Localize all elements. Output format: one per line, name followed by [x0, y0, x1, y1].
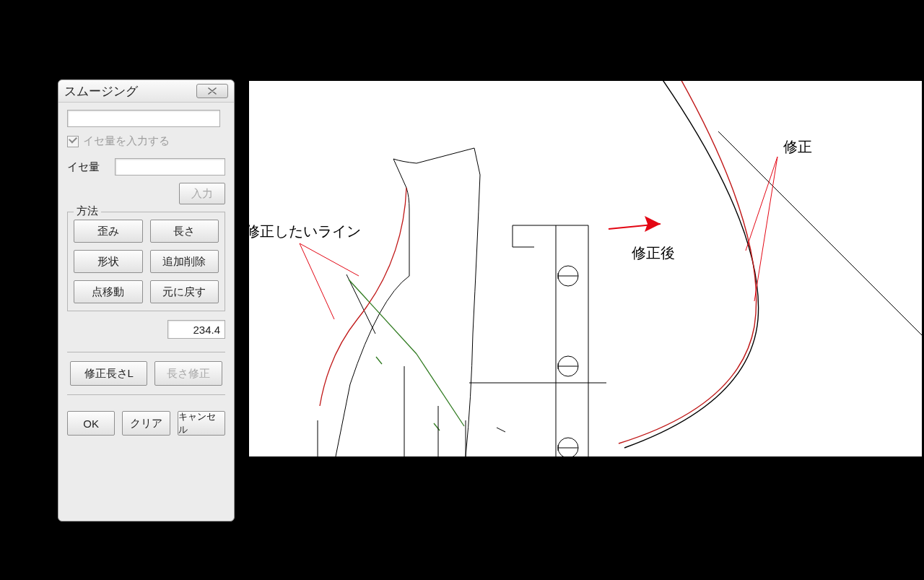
titlebar: スムージング [58, 80, 234, 103]
ok-button[interactable]: OK [67, 411, 115, 436]
ise-amount-label: イセ量 [67, 160, 105, 174]
close-icon [207, 87, 217, 95]
shape-button[interactable]: 形状 [74, 250, 143, 273]
title: スムージング [64, 83, 138, 100]
move-point-button[interactable]: 点移動 [74, 280, 143, 303]
ise-amount-input[interactable] [115, 158, 225, 176]
ise-checkbox[interactable] [67, 136, 79, 147]
pattern-canvas: 修正したいライン 修正後 修正 [249, 81, 922, 456]
add-remove-button[interactable]: 追加削除 [150, 250, 219, 273]
undo-button[interactable]: 元に戻す [150, 280, 219, 303]
pattern-svg [249, 81, 922, 456]
length-button[interactable]: 長さ [150, 220, 219, 243]
fix-length-group: 修正長さL 長さ修正 [67, 352, 225, 395]
close-button[interactable] [196, 84, 228, 98]
label-line-to-fix: 修正したいライン [249, 222, 361, 241]
label-after-2: 修正 [783, 137, 812, 157]
fix-length-button[interactable]: 長さ修正 [154, 361, 222, 386]
method-legend: 方法 [74, 204, 101, 218]
input-button-row: 入力 [67, 183, 225, 204]
svg-marker-0 [249, 81, 922, 456]
ise-checkbox-label: イセ量を入力する [83, 134, 170, 148]
value-row: 234.4 [67, 320, 225, 339]
ise-amount-row: イセ量 [67, 158, 225, 176]
label-after: 修正後 [632, 243, 675, 263]
smoothing-dialog: スムージング イセ量を入力する イセ量 入力 方法 歪み 長さ 形状 追加削 [58, 79, 235, 521]
ise-checkbox-row: イセ量を入力する [67, 134, 225, 148]
cancel-button[interactable]: キャンセル [178, 411, 225, 436]
bottom-buttons: OK クリア キャンセル [67, 411, 225, 436]
distort-button[interactable]: 歪み [74, 220, 143, 243]
input-button[interactable]: 入力 [179, 183, 225, 204]
method-group: 方法 歪み 長さ 形状 追加削除 点移動 元に戻す [67, 212, 225, 311]
clear-button[interactable]: クリア [122, 411, 170, 436]
fix-length-l-button[interactable]: 修正長さL [70, 361, 147, 386]
dialog-body: イセ量を入力する イセ量 入力 方法 歪み 長さ 形状 追加削除 点移動 元に戻… [58, 103, 234, 444]
top-text-field[interactable] [67, 110, 220, 127]
length-value[interactable]: 234.4 [167, 320, 225, 339]
